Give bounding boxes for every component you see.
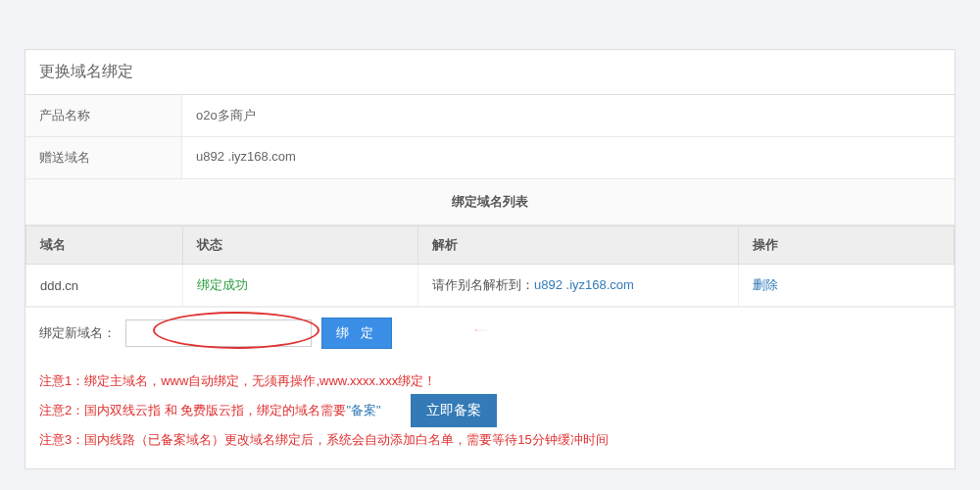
note-2-quote: "备案": [346, 398, 380, 423]
gift-domain-row: 赠送域名 u892 .iyz168.com: [25, 137, 955, 179]
cell-resolve: 请作别名解析到：u892 .iyz168.com: [418, 265, 739, 307]
cell-domain: ddd.cn: [26, 265, 183, 307]
svg-marker-1: [475, 330, 476, 331]
col-domain: 域名: [26, 226, 183, 265]
bind-button[interactable]: 绑 定: [321, 318, 392, 349]
product-value: o2o多商户: [182, 95, 955, 136]
delete-link[interactable]: 删除: [753, 277, 778, 292]
product-label: 产品名称: [25, 95, 182, 136]
bind-new-label: 绑定新域名：: [39, 324, 116, 342]
table-row: ddd.cn 绑定成功 请作别名解析到：u892 .iyz168.com 删除: [26, 265, 955, 307]
note-3: 注意3：国内线路（已备案域名）更改域名绑定后，系统会自动添加白名单，需要等待15…: [39, 427, 941, 453]
domain-binding-panel: 更换域名绑定 产品名称 o2o多商户 赠送域名 u892 .iyz168.com…: [24, 49, 956, 469]
notes-section: 注意1：绑定主域名，www自动绑定，无须再操作,www.xxxx.xxx绑定！ …: [25, 359, 955, 468]
record-button[interactable]: 立即备案: [411, 394, 497, 427]
panel-title: 更换域名绑定: [25, 50, 955, 95]
resolve-prefix: 请作别名解析到：: [432, 277, 534, 292]
cell-action: 删除: [739, 265, 955, 307]
resolve-target-link[interactable]: u892 .iyz168.com: [534, 277, 634, 292]
note-1: 注意1：绑定主域名，www自动绑定，无须再操作,www.xxxx.xxx绑定！: [39, 368, 941, 394]
col-action: 操作: [739, 226, 955, 265]
new-domain-input[interactable]: [125, 319, 312, 347]
col-resolve: 解析: [418, 226, 739, 265]
gift-domain-value: u892 .iyz168.com: [182, 137, 955, 178]
cell-status: 绑定成功: [183, 265, 418, 307]
domain-table: 域名 状态 解析 操作 ddd.cn 绑定成功 请作别名解析到：u892 .iy…: [25, 225, 955, 307]
product-row: 产品名称 o2o多商户: [25, 95, 955, 137]
annotation-arrow-icon: [417, 329, 545, 331]
col-status: 状态: [183, 226, 418, 265]
bind-new-row: 绑定新域名： 绑 定: [25, 307, 955, 359]
note-2: 注意2：国内双线云指 和 免费版云指，绑定的域名需要 "备案" 立即备案: [39, 394, 941, 427]
gift-domain-label: 赠送域名: [25, 137, 182, 178]
domain-list-title: 绑定域名列表: [25, 179, 955, 225]
note-2-text: 注意2：国内双线云指 和 免费版云指，绑定的域名需要: [39, 398, 346, 423]
